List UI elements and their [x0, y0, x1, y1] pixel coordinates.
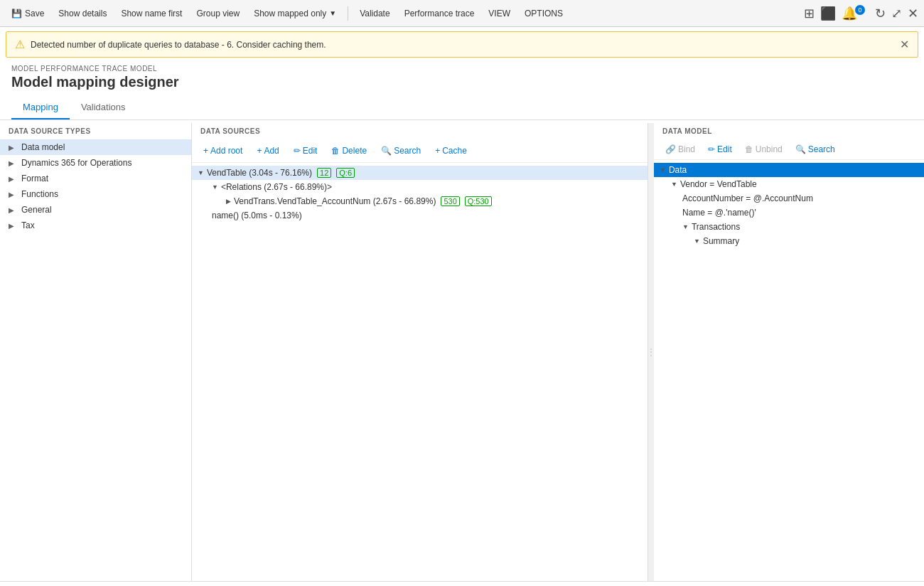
data-source-types-panel: DATA SOURCE TYPES ▶ Data model ▶ Dynamic…	[0, 123, 192, 581]
warning-icon: ⚠	[15, 38, 25, 51]
ds-node-vendtrans[interactable]: ▶ VendTrans.VendTable_AccountNum (2.67s …	[220, 194, 648, 208]
bind-button[interactable]: 🔗 Bind	[660, 142, 701, 156]
alert-bar: ⚠ Detected number of duplicate queries t…	[6, 31, 918, 58]
trash-icon: 🗑	[331, 146, 340, 156]
model-label: MODEL PERFORMANCE TRACE MODEL	[11, 65, 913, 73]
close-icon[interactable]: ✕	[908, 6, 918, 21]
dm-node-data[interactable]: ▼ Data	[654, 163, 924, 177]
alert-message: Detected number of duplicate queries to …	[31, 40, 894, 50]
expand-icon: ▶	[226, 198, 231, 205]
cache-button[interactable]: + Cache	[429, 144, 473, 158]
dst-tax[interactable]: ▶ Tax	[0, 218, 191, 233]
drag-handle[interactable]: ⋮	[648, 123, 654, 581]
edit-button[interactable]: ✏ Edit	[288, 144, 323, 158]
office-icon[interactable]: ⬛	[820, 6, 836, 21]
ds-node-relations[interactable]: ▼ <Relations (2.67s - 66.89%)>	[206, 180, 648, 194]
expand-icon: ▶	[9, 206, 17, 214]
dm-node-accountnumber[interactable]: AccountNumber = @.AccountNum	[677, 191, 924, 206]
expand-icon: ▼	[212, 183, 218, 191]
ds-node-vendtable[interactable]: ▼ VendTable (3.04s - 76.16%) 12 Q:6	[192, 166, 648, 180]
validate-button[interactable]: Validate	[354, 6, 395, 21]
dst-format-label: Format	[21, 174, 48, 183]
notifications-icon-wrapper[interactable]: 🔔 0	[842, 6, 869, 21]
dm-data-label: Data	[669, 165, 687, 175]
expand-icon: ▶	[9, 222, 17, 230]
maximize-icon[interactable]: ⤢	[891, 6, 902, 21]
dst-functions[interactable]: ▶ Functions	[0, 186, 191, 202]
dm-search-button[interactable]: 🔍 Search	[790, 142, 841, 156]
mapping-tabs: Mapping Validations	[0, 96, 924, 120]
add-root-button[interactable]: + Add root	[198, 144, 248, 158]
trash-icon: 🗑	[745, 144, 753, 154]
ds-node-name[interactable]: name() (5.0ms - 0.13%)	[206, 208, 648, 223]
dropdown-arrow-icon: ▼	[329, 9, 336, 17]
tab-mapping[interactable]: Mapping	[11, 96, 70, 119]
data-model-header: DATA MODEL	[654, 123, 924, 139]
data-model-toolbar: 🔗 Bind ✏ Edit 🗑 Unbind 🔍 Search	[654, 139, 924, 160]
refresh-icon[interactable]: ↻	[875, 6, 886, 21]
main-layout: DATA SOURCE TYPES ▶ Data model ▶ Dynamic…	[0, 123, 924, 581]
options-button[interactable]: OPTIONS	[519, 6, 569, 21]
data-sources-panel: DATA SOURCES + Add root + Add ✏ Edit 🗑 D…	[192, 123, 648, 581]
dm-node-vendor[interactable]: ▼ Vendor = VendTable	[665, 177, 924, 191]
dst-tax-label: Tax	[21, 220, 35, 230]
dm-summary-label: Summary	[703, 236, 739, 246]
dst-dynamics365[interactable]: ▶ Dynamics 365 for Operations	[0, 155, 191, 171]
view-button[interactable]: VIEW	[483, 6, 516, 21]
dm-search-icon: 🔍	[795, 144, 806, 154]
bind-icon: 🔗	[665, 144, 676, 154]
alert-close-button[interactable]: ✕	[900, 38, 909, 51]
data-sources-tree: ▼ VendTable (3.04s - 76.16%) 12 Q:6 ▼ <R…	[192, 163, 648, 581]
search-icon: 🔍	[381, 146, 392, 156]
expand-icon: ▶	[9, 159, 17, 167]
dm-edit-button[interactable]: ✏ Edit	[702, 142, 738, 156]
add-root-icon: +	[203, 146, 208, 156]
page-title: Model mapping designer	[11, 74, 913, 90]
vendtable-qbadge: Q:6	[336, 168, 355, 178]
dst-dynamics365-label: Dynamics 365 for Operations	[21, 158, 131, 168]
expand-icon: ▼	[660, 166, 666, 174]
data-sources-header: DATA SOURCES	[192, 123, 648, 139]
dm-node-summary[interactable]: ▼ Summary	[688, 234, 924, 248]
show-name-first-button[interactable]: Show name first	[115, 6, 188, 21]
dst-general-label: General	[21, 205, 52, 215]
add-button[interactable]: + Add	[251, 144, 284, 158]
apps-icon[interactable]: ⊞	[804, 6, 815, 21]
expand-icon: ▶	[9, 144, 17, 151]
dst-functions-label: Functions	[21, 189, 58, 199]
show-mapped-only-dropdown[interactable]: Show mapped only ▼	[248, 6, 342, 21]
dm-vendor-label: Vendor = VendTable	[680, 179, 757, 189]
save-icon: 💾	[11, 9, 22, 18]
expand-icon: ▼	[694, 238, 700, 245]
unbind-button[interactable]: 🗑 Unbind	[739, 142, 788, 156]
dm-node-transactions[interactable]: ▼ Transactions	[677, 220, 924, 234]
toolbar-separator	[348, 6, 348, 21]
cache-icon: +	[435, 146, 440, 156]
details-header: ▴ DETAILS	[0, 582, 924, 586]
dm-accountnumber-label: AccountNumber = @.AccountNum	[682, 193, 813, 203]
notification-badge: 0	[855, 5, 865, 15]
show-mapped-only-button[interactable]: Show mapped only ▼	[248, 6, 342, 21]
tab-validations[interactable]: Validations	[70, 96, 137, 119]
dst-data-model-label: Data model	[21, 142, 65, 152]
data-model-tree: ▼ Data ▼ Vendor = VendTable AccountNumbe…	[654, 160, 924, 581]
performance-trace-button[interactable]: Performance trace	[399, 6, 480, 21]
dst-general[interactable]: ▶ General	[0, 202, 191, 218]
vendtable-queries-badge: 12	[317, 168, 331, 178]
top-right-icons: ⊞ ⬛ 🔔 0 ↻ ⤢ ✕	[804, 6, 918, 21]
group-view-button[interactable]: Group view	[190, 6, 245, 21]
dst-data-model[interactable]: ▶ Data model	[0, 139, 191, 155]
edit-icon: ✏	[294, 146, 301, 156]
page-header: MODEL PERFORMANCE TRACE MODEL Model mapp…	[0, 62, 924, 96]
dm-transactions-label: Transactions	[692, 222, 740, 232]
show-details-button[interactable]: Show details	[53, 6, 112, 21]
dm-node-name[interactable]: Name = @.'name()'	[677, 206, 924, 220]
save-button[interactable]: 💾 Save	[6, 6, 50, 21]
search-button[interactable]: 🔍 Search	[375, 144, 426, 158]
delete-button[interactable]: 🗑 Delete	[326, 144, 372, 158]
name-label: name() (5.0ms - 0.13%)	[212, 211, 302, 220]
data-source-types-header: DATA SOURCE TYPES	[0, 123, 191, 139]
vendtable-label: VendTable (3.04s - 76.16%)	[207, 168, 312, 178]
dst-format[interactable]: ▶ Format	[0, 171, 191, 186]
add-icon: +	[257, 146, 262, 156]
